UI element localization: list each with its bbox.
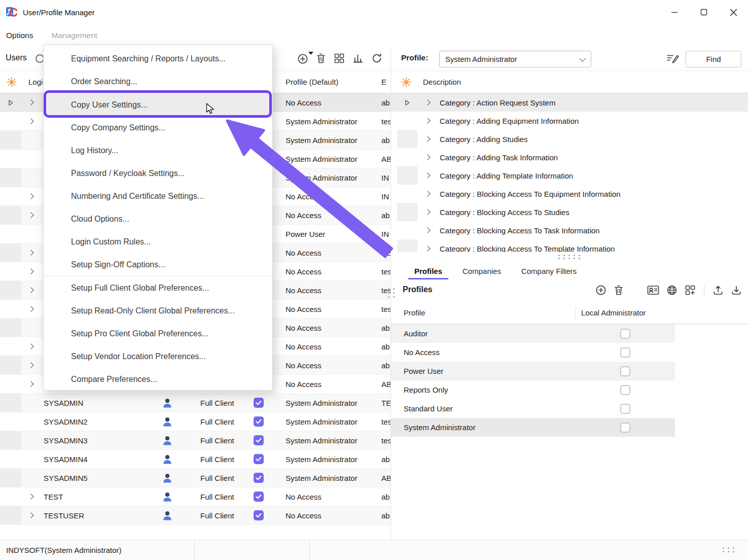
checkbox-checked[interactable] <box>254 492 264 502</box>
checkbox-checked[interactable] <box>254 510 264 520</box>
expand-chevron-icon[interactable] <box>424 154 430 160</box>
tab-companies[interactable]: Companies <box>456 267 507 279</box>
expand-cell[interactable] <box>417 155 438 159</box>
add-profile-button[interactable] <box>595 285 607 297</box>
menu-item-setup-read-only-client-global-preferences[interactable]: Setup Read-Only Client Global Preference… <box>44 299 272 322</box>
tree-row[interactable]: Category : Blocking Access To Template I… <box>391 239 748 252</box>
menu-item-equipment-searching-reports-layouts[interactable]: Equipment Searching / Reports / Layouts.… <box>44 47 272 70</box>
column-header-truncated[interactable]: E <box>381 78 386 86</box>
menu-item-setup-full-client-global-preferences[interactable]: Setup Full Client Global Preferences... <box>44 276 272 299</box>
profile-row[interactable]: Reports Only <box>391 380 675 399</box>
expand-chevron-icon[interactable] <box>28 193 33 199</box>
user-row[interactable]: SYSADMIN4Full ClientSystem Administrator… <box>0 450 390 469</box>
expand-cell[interactable] <box>21 300 41 318</box>
expand-chevron-icon[interactable] <box>424 191 430 196</box>
profile-row[interactable]: No Access <box>391 343 675 362</box>
expand-cell[interactable] <box>417 119 438 123</box>
user-row[interactable]: SYSADMIN2Full ClientSystem Administrator… <box>0 412 390 431</box>
delete-profile-button[interactable] <box>614 285 624 297</box>
user-row[interactable]: SYSADMINFull ClientSystem AdministratorT… <box>0 394 390 412</box>
tree-row[interactable]: Category : Adding Task Information <box>391 148 748 166</box>
expand-cell[interactable] <box>21 243 41 262</box>
menu-item-numbering-and-certificate-settings[interactable]: Numbering And Certificate Settings... <box>44 185 272 207</box>
user-row[interactable]: TESTFull ClientNo Accessab <box>0 487 390 506</box>
vertical-splitter-grip[interactable] <box>388 288 396 298</box>
expand-chevron-icon[interactable] <box>28 512 33 518</box>
checkbox-checked[interactable] <box>254 454 264 464</box>
sun-icon[interactable] <box>401 77 411 87</box>
menu-item-order-searching[interactable]: Order Searching... <box>44 70 272 93</box>
tab-profiles[interactable]: Profiles <box>408 267 448 279</box>
expand-chevron-icon[interactable] <box>28 306 33 311</box>
close-button[interactable] <box>719 0 748 24</box>
menu-options[interactable]: Options <box>6 31 33 40</box>
contact-card-button[interactable] <box>647 285 659 297</box>
expand-chevron-icon[interactable] <box>28 494 33 499</box>
expand-chevron-icon[interactable] <box>28 250 33 255</box>
expand-cell[interactable] <box>21 506 41 524</box>
expand-chevron-icon[interactable] <box>424 227 430 233</box>
expand-cell[interactable] <box>417 210 438 214</box>
sun-icon[interactable] <box>7 77 17 87</box>
add-user-dropdown-caret[interactable] <box>308 52 313 55</box>
menu-management[interactable]: Management <box>51 31 97 40</box>
tree-row[interactable]: Category : Blocking Access To Task Infor… <box>391 221 748 239</box>
expand-chevron-icon[interactable] <box>424 209 430 215</box>
refresh-button[interactable] <box>371 53 382 65</box>
profile-row[interactable]: Standard User <box>391 399 675 418</box>
resize-grip-icon[interactable] <box>723 547 736 552</box>
horizontal-splitter[interactable] <box>391 252 748 261</box>
menu-item-compare-preferences[interactable]: Compare Preferences... <box>44 368 272 391</box>
tree-row[interactable]: Category : Adding Studies <box>391 130 748 148</box>
expand-cell[interactable] <box>21 187 41 205</box>
menu-item-setup-sign-off-captions[interactable]: Setup Sign-Off Captions... <box>44 253 272 276</box>
checkbox-unchecked[interactable] <box>620 347 630 358</box>
minimize-button[interactable] <box>660 0 689 24</box>
expand-chevron-icon[interactable] <box>424 172 430 178</box>
checkbox-unchecked[interactable] <box>620 366 630 376</box>
menu-item-copy-company-settings[interactable]: Copy Company Settings... <box>44 116 272 139</box>
expand-cell[interactable] <box>21 93 41 112</box>
expand-chevron-icon[interactable] <box>28 212 33 218</box>
user-row[interactable]: SYSADMIN5Full ClientSystem Administrator… <box>0 469 390 487</box>
expand-cell[interactable] <box>21 337 41 356</box>
expand-cell[interactable] <box>21 487 41 506</box>
user-row[interactable]: SYSADMIN3Full ClientSystem Administrator… <box>0 431 390 450</box>
profile-select[interactable]: System Administrator <box>439 51 591 67</box>
chart-button[interactable] <box>352 53 364 65</box>
expand-cell[interactable] <box>21 281 41 299</box>
expand-chevron-icon[interactable] <box>424 118 430 123</box>
checkbox-checked[interactable] <box>254 398 264 408</box>
column-header-description[interactable]: Description <box>423 78 461 86</box>
expand-cell[interactable] <box>21 356 41 374</box>
expand-chevron-icon[interactable] <box>28 268 33 274</box>
expand-cell[interactable] <box>417 137 438 141</box>
menu-item-copy-user-settings[interactable]: Copy User Settings... <box>44 93 272 116</box>
add-user-button[interactable] <box>297 53 308 64</box>
menu-item-cloud-options[interactable]: Cloud Options... <box>44 207 272 230</box>
grid-plus-button[interactable] <box>685 285 696 297</box>
rename-profile-button[interactable] <box>666 53 679 64</box>
expand-cell[interactable] <box>417 100 438 104</box>
expand-cell[interactable] <box>417 173 438 178</box>
expand-chevron-icon[interactable] <box>424 246 430 251</box>
expand-cell[interactable] <box>21 206 41 224</box>
tree-row[interactable]: Category : Adding Template Information <box>391 166 748 185</box>
expand-chevron-icon[interactable] <box>424 99 430 105</box>
expand-cell[interactable] <box>21 262 41 281</box>
import-button[interactable] <box>731 285 742 297</box>
expand-chevron-icon[interactable] <box>28 343 33 349</box>
expand-chevron-icon[interactable] <box>424 136 430 142</box>
find-button[interactable]: Find <box>686 51 741 67</box>
checkbox-checked[interactable] <box>254 435 264 445</box>
checkbox-unchecked[interactable] <box>620 423 630 433</box>
checkbox-unchecked[interactable] <box>620 385 630 395</box>
menu-item-login-custom-rules[interactable]: Login Custom Rules... <box>44 230 272 253</box>
checkbox-unchecked[interactable] <box>620 404 630 414</box>
profile-row[interactable]: System Administrator <box>391 418 675 437</box>
checkbox-unchecked[interactable] <box>620 329 630 339</box>
maximize-button[interactable] <box>689 0 719 24</box>
checkbox-checked[interactable] <box>254 473 264 483</box>
expand-cell[interactable] <box>21 112 41 130</box>
tree-row[interactable]: Category : Blocking Access To Studies <box>391 203 748 221</box>
